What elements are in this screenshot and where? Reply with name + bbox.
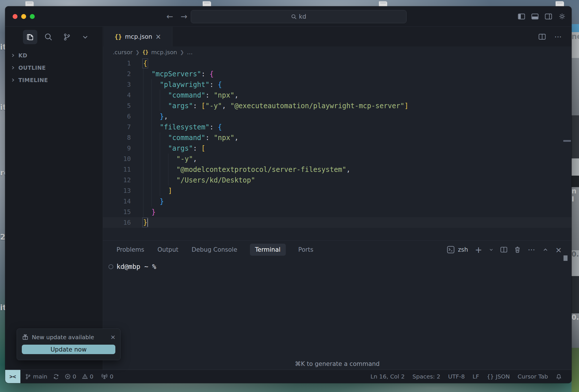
code-line-2[interactable]: 2 "mcpServers": { (103, 69, 572, 79)
language-mode-status[interactable]: {} JSON (487, 373, 510, 380)
toggle-secondary-sidebar-icon[interactable] (545, 13, 552, 20)
code-line-16[interactable]: 16} (103, 217, 572, 228)
source-control-icon[interactable] (60, 30, 74, 44)
line-content: }, (143, 112, 168, 121)
zoom-window-button[interactable] (30, 14, 35, 19)
sidebar-section-outline[interactable]: OUTLINE (5, 61, 103, 74)
tab-mcp-json[interactable]: {} mcp.json × (104, 27, 172, 46)
desktop-right-edge-thumbnails: ne n I 0.. 0.. (572, 24, 579, 392)
split-terminal-icon[interactable] (500, 247, 507, 253)
chevron-right-icon: ❯ (135, 49, 139, 55)
code-line-12[interactable]: 12 "/Users/kd/Desktop" (103, 175, 572, 185)
sync-changes-icon[interactable] (53, 374, 59, 380)
settings-gear-icon[interactable] (558, 13, 566, 20)
terminal-dropdown-chevron-icon[interactable] (489, 247, 493, 252)
code-line-11[interactable]: 11 "@modelcontextprotocol/server-filesys… (103, 164, 572, 175)
panel-tabs: ProblemsOutputDebug ConsoleTerminalPorts… (103, 240, 572, 259)
cursor-editor-window: ← → kd (5, 6, 572, 383)
command-status-circle-icon (108, 264, 113, 269)
terminal-cmdk-hint: ⌘K to generate a command (103, 360, 572, 367)
breadcrumb-file[interactable]: mcp.json (151, 49, 177, 56)
toggle-panel-icon[interactable] (531, 13, 539, 20)
line-content: "playwright": { (143, 81, 222, 89)
errors-status[interactable]: 0 (65, 373, 76, 380)
terminal-prompt: kd@mbp ~ % (116, 263, 156, 270)
code-line-10[interactable]: 10 "-y", (103, 154, 572, 164)
terminal-scrollbar-thumb[interactable] (564, 255, 568, 261)
sidebar-section-label: TIMELINE (18, 77, 48, 83)
toggle-primary-sidebar-icon[interactable] (518, 13, 525, 20)
line-number: 9 (103, 145, 143, 152)
terminal-content[interactable]: kd@mbp ~ % (108, 263, 572, 270)
search-sidebar-icon[interactable] (41, 30, 56, 44)
shell-name-label[interactable]: zsh (458, 246, 468, 253)
close-tab-icon[interactable]: × (156, 33, 161, 41)
code-line-7[interactable]: 7 "filesystem": { (103, 122, 572, 132)
code-line-15[interactable]: 15 } (103, 207, 572, 217)
chevron-right-icon (11, 66, 15, 70)
line-content: "args": [ (143, 144, 205, 152)
cursor-tab-status[interactable]: Cursor Tab (518, 373, 548, 380)
panel-tab-ports[interactable]: Ports (298, 244, 314, 256)
panel-tab-problems[interactable]: Problems (116, 244, 145, 256)
code-line-8[interactable]: 8 "command": "npx", (103, 132, 572, 143)
line-content: ] (143, 187, 172, 195)
new-terminal-icon[interactable]: + (475, 245, 482, 255)
explorer-icon[interactable] (23, 30, 37, 44)
line-number: 13 (103, 187, 143, 194)
line-content: } (143, 197, 164, 205)
json-file-icon: {} (142, 49, 148, 55)
cursor-position-status[interactable]: Ln 16, Col 2 (370, 373, 405, 380)
kill-terminal-trash-icon[interactable] (514, 246, 521, 253)
breadcrumb[interactable]: .cursor ❯ {} mcp.json ❯ … (103, 46, 572, 58)
maximize-panel-chevron-up-icon[interactable] (543, 247, 548, 253)
command-center-search[interactable]: kd (191, 10, 407, 23)
panel-tab-output[interactable]: Output (157, 244, 179, 256)
encoding-status[interactable]: UTF-8 (448, 373, 465, 380)
tab-bar: {} mcp.json × ⋯ (103, 27, 572, 46)
notifications-bell-icon[interactable] (556, 373, 562, 380)
sidebar-section-kd[interactable]: KD (5, 49, 103, 61)
breadcrumb-more[interactable]: … (187, 49, 193, 56)
panel-tab-terminal[interactable]: Terminal (250, 244, 286, 256)
close-panel-icon[interactable]: × (555, 245, 562, 254)
close-toast-icon[interactable]: × (110, 333, 116, 341)
toast-title: New update available (32, 334, 94, 341)
git-branch-status[interactable]: main (25, 373, 47, 380)
code-editor[interactable]: 1{2 "mcpServers": {3 "playwright": {4 "c… (103, 58, 572, 240)
close-window-button[interactable] (13, 14, 18, 19)
line-number: 12 (103, 176, 143, 184)
navigate-back-icon[interactable]: ← (166, 12, 173, 21)
bottom-panel: ProblemsOutputDebug ConsoleTerminalPorts… (103, 240, 572, 370)
remote-indicator-button[interactable]: >< (5, 370, 20, 383)
chevron-down-icon[interactable] (78, 30, 92, 44)
code-line-5[interactable]: 5 "args": ["-y", "@executeautomation/pla… (103, 100, 572, 111)
line-number: 16 (103, 219, 143, 226)
minimize-window-button[interactable] (21, 14, 26, 19)
titlebar: ← → kd (5, 6, 572, 27)
warnings-status[interactable]: 0 (82, 373, 94, 380)
update-now-button[interactable]: Update now (22, 345, 115, 354)
editor-more-actions-icon[interactable]: ⋯ (554, 32, 562, 41)
navigate-forward-icon[interactable]: → (180, 12, 187, 21)
eol-status[interactable]: LF (473, 373, 479, 380)
panel-tab-debug-console[interactable]: Debug Console (191, 244, 238, 256)
split-editor-icon[interactable] (539, 34, 546, 40)
terminal-shell-icon (447, 246, 454, 253)
search-icon (291, 14, 297, 20)
code-line-3[interactable]: 3 "playwright": { (103, 79, 572, 90)
code-line-6[interactable]: 6 }, (103, 111, 572, 122)
panel-more-actions-icon[interactable]: ⋯ (528, 245, 536, 254)
json-file-icon: {} (114, 33, 122, 40)
chevron-right-icon: ❯ (180, 49, 184, 55)
sidebar: KDOUTLINETIMELINE (5, 27, 103, 370)
broadcast-status[interactable]: 0 (101, 373, 113, 380)
breadcrumb-folder[interactable]: .cursor (113, 49, 133, 56)
code-line-14[interactable]: 14 } (103, 196, 572, 207)
indentation-status[interactable]: Spaces: 2 (412, 373, 440, 380)
sidebar-section-timeline[interactable]: TIMELINE (5, 74, 103, 86)
code-line-9[interactable]: 9 "args": [ (103, 143, 572, 154)
code-line-13[interactable]: 13 ] (103, 185, 572, 196)
code-line-4[interactable]: 4 "command": "npx", (103, 90, 572, 100)
code-line-1[interactable]: 1{ (103, 58, 572, 69)
